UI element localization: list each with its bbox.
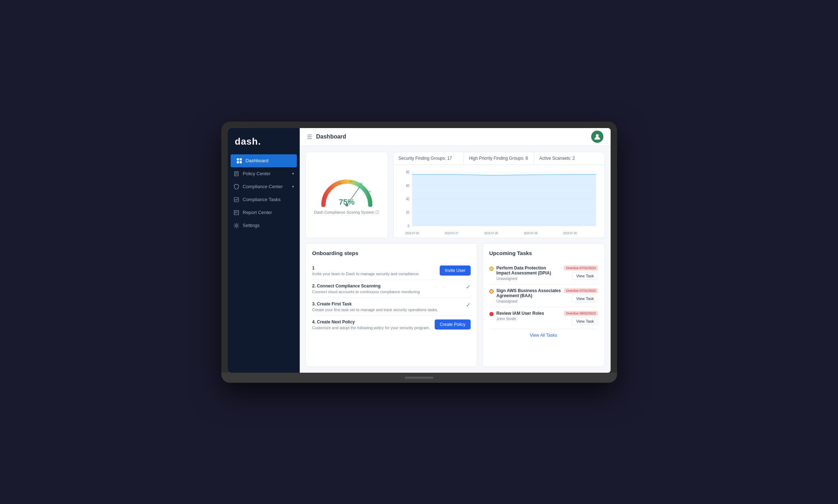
chart-card: Security Finding Groups: 17 High Priorit… xyxy=(393,152,605,238)
overdue-badge-1: Overdue 07/31/2023 xyxy=(564,265,598,271)
sidebar-item-compliance-tasks[interactable]: Compliance Tasks xyxy=(228,193,300,206)
gauge-card: 0 20 40 60 80 100 75% Dash Compliance Sc… xyxy=(305,152,388,238)
laptop-notch xyxy=(405,377,434,379)
stat-scansets-label: Active Scansets: 2 xyxy=(539,156,575,161)
shield-icon xyxy=(234,184,239,190)
step-1-content: 1 Invite your team to Dash to manage sec… xyxy=(312,265,436,276)
stat-scansets: Active Scansets: 2 xyxy=(534,152,604,164)
topbar-left: ☰ Dashboard xyxy=(307,133,346,140)
svg-text:2023-07-27: 2023-07-27 xyxy=(444,231,458,235)
sidebar-item-policy-center[interactable]: Policy Center ▾ xyxy=(228,167,300,180)
sidebar-item-report-center[interactable]: Report Center xyxy=(228,206,300,219)
step-3-action: ✓ xyxy=(466,301,471,308)
task-2-title: Sign AWS Business Associates Agreement (… xyxy=(497,288,561,298)
svg-rect-1 xyxy=(240,158,242,160)
overdue-badge-3: Overdue 08/02/2023 xyxy=(564,311,598,316)
avatar[interactable] xyxy=(591,131,603,143)
step-1-action: Invite User xyxy=(440,265,470,276)
step-3-title: 3. Create First Task xyxy=(312,301,462,307)
chevron-down-icon: ▾ xyxy=(292,172,294,176)
bottom-row: Onboarding steps 1 Invite your team to D… xyxy=(305,243,605,367)
svg-rect-2 xyxy=(237,161,239,163)
invite-user-button[interactable]: Invite User xyxy=(440,265,470,276)
task-indicator-2 xyxy=(489,289,494,294)
sidebar-item-compliance-center[interactable]: Compliance Center ▾ xyxy=(228,180,300,193)
sidebar-item-settings[interactable]: Settings xyxy=(228,219,300,232)
step-4-content: 4. Create Next Policy Customize and adop… xyxy=(312,319,431,330)
step-1-title: 1 xyxy=(312,265,436,271)
task-2-right: Overdue 07/31/2023 View Task xyxy=(564,288,598,303)
app-logo: dash. xyxy=(228,132,300,154)
task-1-content: Perform Data Protection Impact Assessmen… xyxy=(497,265,561,281)
check-icon-3: ✓ xyxy=(466,301,471,308)
sidebar-item-dashboard[interactable]: Dashboard xyxy=(231,154,297,167)
topbar: ☰ Dashboard xyxy=(300,128,611,146)
onboarding-title: Onboarding steps xyxy=(312,250,471,256)
sidebar-item-tasks-label: Compliance Tasks xyxy=(243,197,281,202)
svg-text:80: 80 xyxy=(406,170,409,174)
tasks-card: Upcoming Tasks Perform Data Protection I… xyxy=(483,243,605,367)
page-title: Dashboard xyxy=(316,133,346,140)
hamburger-icon[interactable]: ☰ xyxy=(307,133,312,140)
step-4-title: 4. Create Next Policy xyxy=(312,319,431,324)
view-task-button-3[interactable]: View Task xyxy=(572,317,598,325)
sidebar-item-report-label: Report Center xyxy=(243,210,272,215)
svg-marker-25 xyxy=(412,174,596,226)
chart-area: 80 60 40 20 0 2 xyxy=(394,165,604,238)
stat-security-label: Security Finding Groups: 17 xyxy=(399,156,452,161)
dashboard-body: 0 20 40 60 80 100 75% Dash Compliance Sc… xyxy=(300,146,611,373)
sidebar-item-compliance-label: Compliance Center xyxy=(243,184,283,189)
svg-text:40: 40 xyxy=(338,182,341,185)
policy-icon xyxy=(234,171,239,177)
sidebar-item-settings-label: Settings xyxy=(243,223,260,228)
svg-text:40: 40 xyxy=(406,196,409,201)
stat-security: Security Finding Groups: 17 xyxy=(394,152,464,164)
step-3-desc: Create your first task set to manage and… xyxy=(312,308,462,312)
view-all-tasks-link[interactable]: View All Tasks xyxy=(489,333,598,338)
step-2-desc: Connect cloud accounts to continuous com… xyxy=(312,290,462,294)
stat-high-priority-label: High Priority Finding Groups: 8 xyxy=(469,156,528,161)
task-2-assignee: Unassigned xyxy=(497,299,561,303)
step-3-content: 3. Create First Task Create your first t… xyxy=(312,301,462,312)
svg-rect-4 xyxy=(234,197,239,202)
svg-text:20: 20 xyxy=(327,190,331,193)
gauge-container: 0 20 40 60 80 100 75% xyxy=(318,174,376,207)
svg-text:2023-07-29: 2023-07-29 xyxy=(524,231,537,235)
svg-rect-3 xyxy=(240,161,242,163)
task-item-3: Review IAM User Roles John Smith Overdue… xyxy=(489,307,598,329)
view-task-button-1[interactable]: View Task xyxy=(572,272,598,280)
step-2-content: 2. Connect Compliance Scanning Connect c… xyxy=(312,283,462,294)
onboarding-step-3: 3. Create First Task Create your first t… xyxy=(312,298,471,316)
svg-text:0: 0 xyxy=(408,223,409,228)
task-indicator-3 xyxy=(489,312,494,316)
onboarding-card: Onboarding steps 1 Invite your team to D… xyxy=(305,243,477,367)
task-1-title: Perform Data Protection Impact Assessmen… xyxy=(497,265,561,276)
sidebar-item-policy-label: Policy Center xyxy=(243,171,271,176)
view-task-button-2[interactable]: View Task xyxy=(572,295,598,303)
task-3-right: Overdue 08/02/2023 View Task xyxy=(564,311,598,325)
svg-point-5 xyxy=(235,224,237,226)
main-content: ☰ Dashboard xyxy=(300,128,611,373)
chart-stats: Security Finding Groups: 17 High Priorit… xyxy=(394,152,604,165)
task-3-assignee: John Smith xyxy=(497,317,561,321)
svg-text:100: 100 xyxy=(366,190,371,193)
create-policy-button[interactable]: Create Policy xyxy=(435,319,470,330)
step-4-action: Create Policy xyxy=(435,319,470,330)
sidebar: dash. Dashboard xyxy=(228,128,300,373)
dashboard-icon xyxy=(236,158,242,164)
tasks-icon xyxy=(234,197,239,203)
task-2-content: Sign AWS Business Associates Agreement (… xyxy=(497,288,561,303)
svg-text:20: 20 xyxy=(406,210,409,214)
svg-rect-0 xyxy=(237,158,239,160)
task-3-content: Review IAM User Roles John Smith xyxy=(497,311,561,321)
svg-point-6 xyxy=(596,134,599,137)
sidebar-item-dashboard-label: Dashboard xyxy=(246,158,269,163)
svg-text:2023-07-30: 2023-07-30 xyxy=(563,231,577,235)
gauge-value: 75% xyxy=(339,197,354,207)
top-row: 0 20 40 60 80 100 75% Dash Compliance Sc… xyxy=(305,152,605,238)
report-icon xyxy=(234,210,239,215)
svg-text:60: 60 xyxy=(406,183,409,187)
task-1-assignee: Unassigned xyxy=(497,276,561,281)
check-icon-2: ✓ xyxy=(466,283,471,290)
svg-text:80: 80 xyxy=(360,182,363,185)
